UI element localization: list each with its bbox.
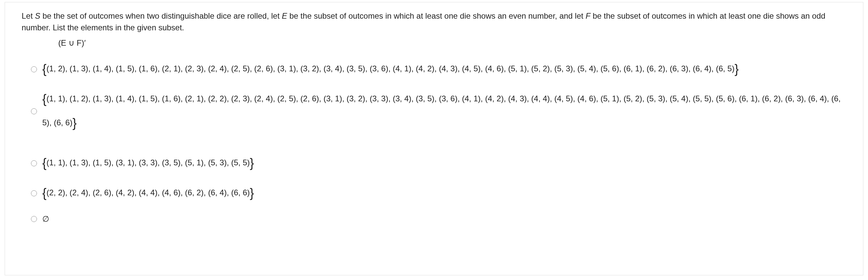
- question-container: { "question": { "line1_pre": "Let ", "va…: [5, 2, 863, 275]
- radio-b[interactable]: [31, 108, 37, 114]
- choice-c-text: {(1, 1), (1, 3), (1, 5), (3, 1), (3, 3),…: [42, 151, 254, 175]
- choice-a[interactable]: {(1, 2), (1, 3), (1, 4), (1, 5), (1, 6),…: [31, 57, 850, 81]
- choice-e[interactable]: ∅: [31, 211, 850, 227]
- choice-b-body: (1, 1), (1, 2), (1, 3), (1, 4), (1, 5), …: [42, 94, 841, 127]
- choice-c-body: (1, 1), (1, 3), (1, 5), (3, 1), (3, 3), …: [46, 158, 250, 167]
- stem-t3: be the subset of outcomes in which at le…: [287, 11, 586, 20]
- stem-var-f: F: [585, 11, 590, 20]
- stem-var-e: E: [282, 11, 287, 20]
- radio-c[interactable]: [31, 160, 37, 166]
- stem-t2: be the set of outcomes when two distingu…: [40, 11, 282, 20]
- choice-a-body: (1, 2), (1, 3), (1, 4), (1, 5), (1, 6), …: [46, 64, 735, 73]
- choice-a-text: {(1, 2), (1, 3), (1, 4), (1, 5), (1, 6),…: [42, 57, 739, 81]
- stem-t1: Let: [22, 11, 35, 20]
- stem-var-s: S: [35, 11, 40, 20]
- choice-b-text: {(1, 1), (1, 2), (1, 3), (1, 4), (1, 5),…: [42, 87, 848, 135]
- choice-list: {(1, 2), (1, 3), (1, 4), (1, 5), (1, 6),…: [22, 57, 850, 227]
- choice-b[interactable]: {(1, 1), (1, 2), (1, 3), (1, 4), (1, 5),…: [31, 87, 850, 135]
- radio-a[interactable]: [31, 66, 37, 72]
- choice-d-body: (2, 2), (2, 4), (2, 6), (4, 2), (4, 4), …: [46, 188, 250, 197]
- radio-d[interactable]: [31, 190, 37, 196]
- choice-e-text: ∅: [42, 211, 49, 227]
- subset-expression: (E ∪ F)′: [58, 38, 850, 48]
- question-stem: Let S be the set of outcomes when two di…: [22, 10, 850, 34]
- choice-d-text: {(2, 2), (2, 4), (2, 6), (4, 2), (4, 4),…: [42, 181, 254, 205]
- choice-c[interactable]: {(1, 1), (1, 3), (1, 5), (3, 1), (3, 3),…: [31, 151, 850, 175]
- radio-e[interactable]: [31, 216, 37, 222]
- choice-d[interactable]: {(2, 2), (2, 4), (2, 6), (4, 2), (4, 4),…: [31, 181, 850, 205]
